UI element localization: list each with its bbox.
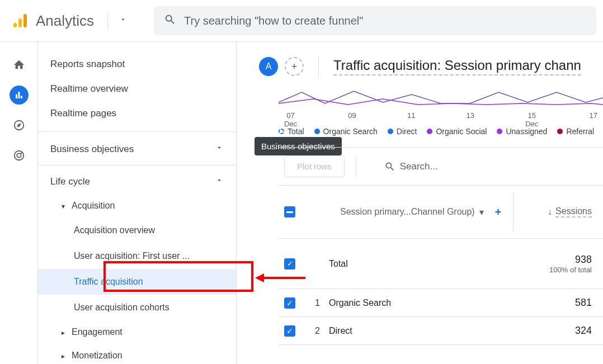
total-label: Total xyxy=(329,259,514,269)
row-sessions: 581 xyxy=(514,297,597,309)
table-row: ✓ 1 Organic Search 581 xyxy=(279,289,603,317)
nav-label: Life cycle xyxy=(50,176,90,187)
search-bar[interactable]: Try searching "how to create funnel" xyxy=(154,6,596,35)
row-index: 1 xyxy=(307,298,329,308)
total-sessions: 938 100% of total xyxy=(514,254,597,274)
table-total-row: ✓ Total 938 100% of total xyxy=(279,239,603,289)
chart-area: 07Dec 09 11 13 15Dec 17 xyxy=(279,87,603,120)
table-search[interactable]: Search... xyxy=(384,161,438,172)
caret-right-icon: ▸ xyxy=(62,329,65,337)
rail-explore-icon[interactable] xyxy=(10,116,29,135)
table-controls: Plot rows Search... xyxy=(279,148,603,186)
chart-x-labels: 07Dec 09 11 13 15Dec 17 xyxy=(279,111,603,128)
search-placeholder: Try searching "how to create funnel" xyxy=(184,15,363,27)
row-sessions: 324 xyxy=(514,325,597,337)
x-label: 11 xyxy=(407,111,415,128)
svg-rect-4 xyxy=(18,92,20,98)
nav-engagement[interactable]: ▸Engagement xyxy=(38,320,236,344)
plot-rows-button[interactable]: Plot rows xyxy=(284,155,345,177)
legend-total[interactable]: Total xyxy=(279,127,304,136)
add-dimension-icon[interactable]: + xyxy=(495,206,502,219)
nav-user-acquisition-cohorts[interactable]: User acquisition cohorts xyxy=(38,295,236,320)
add-comparison-button[interactable]: + xyxy=(285,57,304,76)
icon-rail xyxy=(0,42,38,364)
row-index: 2 xyxy=(307,326,329,336)
sessions-header[interactable]: ↓ Sessions xyxy=(514,206,597,218)
table-row: ✓ 2 Direct 324 xyxy=(279,317,603,345)
top-bar: Analytics Try searching "how to create f… xyxy=(0,0,603,42)
table-search-placeholder: Search... xyxy=(400,161,438,172)
content-header: A + Traffic acquisition: Session primary… xyxy=(237,42,603,87)
x-label: 07Dec xyxy=(284,111,297,128)
analytics-logo xyxy=(11,12,29,30)
account-dropdown[interactable] xyxy=(115,11,131,30)
svg-point-8 xyxy=(17,153,21,157)
rail-home-icon[interactable] xyxy=(10,55,29,74)
svg-rect-1 xyxy=(18,18,22,27)
nav-realtime-pages[interactable]: Realtime pages xyxy=(38,101,236,126)
svg-rect-5 xyxy=(21,96,22,99)
table-header: Session primary...Channel Group) ▾ + ↓ S… xyxy=(279,186,603,239)
x-label: 09 xyxy=(348,111,356,128)
svg-point-7 xyxy=(14,151,23,160)
nav-panel: Reports snapshot Realtime overview Realt… xyxy=(38,42,237,364)
rail-reports-icon[interactable] xyxy=(10,86,29,105)
x-label: 13 xyxy=(467,111,474,128)
row-checkbox[interactable]: ✓ xyxy=(284,258,307,270)
divider xyxy=(318,55,319,78)
legend-unassigned[interactable]: Unassigned xyxy=(497,127,547,136)
sort-down-icon: ↓ xyxy=(548,207,552,217)
row-checkbox[interactable]: ✓ xyxy=(284,325,307,337)
svg-rect-2 xyxy=(23,14,27,27)
row-name[interactable]: Organic Search xyxy=(329,298,514,308)
avatar-button[interactable]: A xyxy=(259,57,278,76)
x-label: 15Dec xyxy=(525,111,538,128)
chevron-down-icon xyxy=(215,143,224,155)
nav-traffic-acquisition[interactable]: Traffic acquisition xyxy=(38,269,236,295)
content-area: A + Traffic acquisition: Session primary… xyxy=(237,42,603,364)
row-checkbox[interactable]: ✓ xyxy=(284,297,307,309)
caret-right-icon: ▸ xyxy=(62,352,65,360)
table-area: Plot rows Search... Session primary...Ch… xyxy=(279,147,603,345)
caret-down-icon: ▾ xyxy=(62,202,65,210)
chevron-up-icon xyxy=(215,176,224,187)
svg-rect-0 xyxy=(13,23,17,27)
x-label: 17 xyxy=(590,111,597,128)
nav-realtime-overview[interactable]: Realtime overview xyxy=(38,77,236,101)
nav-acquisition-overview[interactable]: Acquisition overview xyxy=(38,218,236,243)
dimension-header[interactable]: Session primary...Channel Group) ▾ + xyxy=(307,206,513,219)
nav-label: Business objectives xyxy=(50,144,134,155)
legend-referral[interactable]: Referral xyxy=(557,127,594,136)
svg-rect-3 xyxy=(16,94,17,99)
nav-acquisition[interactable]: ▾Acquisition xyxy=(38,194,236,218)
app-title: Analytics xyxy=(36,12,94,30)
nav-reports-snapshot[interactable]: Reports snapshot xyxy=(38,52,236,77)
legend-direct[interactable]: Direct xyxy=(388,127,417,136)
header-checkbox[interactable] xyxy=(284,206,307,218)
divider xyxy=(107,12,108,30)
nav-business-objectives[interactable]: Business objectives xyxy=(38,136,236,162)
line-chart[interactable] xyxy=(279,87,603,109)
row-name[interactable]: Direct xyxy=(329,326,514,336)
legend-organic-search[interactable]: Organic Search xyxy=(314,127,378,136)
nav-user-acquisition[interactable]: User acquisition: First user ... xyxy=(38,243,236,269)
search-icon xyxy=(384,161,395,172)
legend-organic-social[interactable]: Organic Social xyxy=(427,127,487,136)
nav-monetization[interactable]: ▸Monetization xyxy=(38,344,236,364)
search-icon xyxy=(164,13,176,28)
nav-life-cycle[interactable]: Life cycle xyxy=(38,169,236,194)
rail-advertising-icon[interactable] xyxy=(10,146,29,165)
page-title[interactable]: Traffic acquisition: Session primary cha… xyxy=(333,58,581,75)
caret-down-icon: ▾ xyxy=(479,207,484,218)
